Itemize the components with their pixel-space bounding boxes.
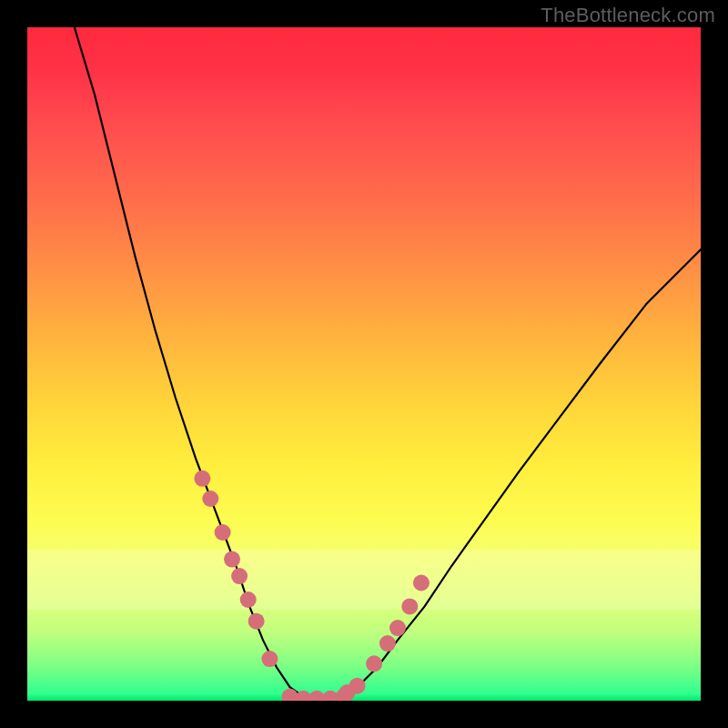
data-dot: [248, 613, 265, 630]
data-dot: [215, 524, 231, 541]
curve: [75, 27, 317, 701]
data-dot: [413, 575, 430, 592]
data-dot: [224, 551, 240, 568]
curve: [317, 249, 701, 701]
data-dot: [366, 655, 382, 672]
overlay-svg: [27, 27, 701, 701]
data-dot: [389, 620, 406, 636]
data-dot: [194, 470, 210, 487]
chart-container: TheBottleneck.com: [0, 0, 728, 728]
dot-layer: [194, 470, 430, 701]
data-dot: [202, 490, 218, 507]
data-dot: [349, 678, 366, 694]
data-dot: [240, 592, 257, 608]
data-dot: [379, 635, 396, 652]
data-dot: [401, 598, 418, 614]
data-dot: [261, 651, 278, 667]
curve-layer: [75, 27, 701, 701]
watermark: TheBottleneck.com: [541, 4, 715, 27]
data-dot: [231, 568, 248, 584]
plot-area: [27, 27, 701, 701]
